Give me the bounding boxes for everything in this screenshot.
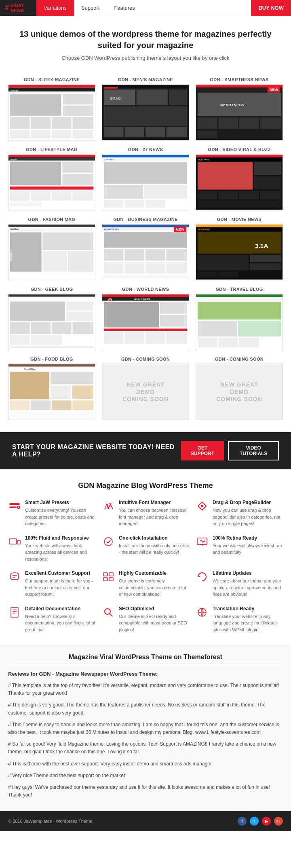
demo-food-thumb[interactable]: FoodBlog bbox=[8, 364, 95, 420]
demo-sleek-thumb[interactable]: slakmag bbox=[8, 84, 95, 141]
svg-rect-72 bbox=[198, 201, 281, 208]
feature-docs-desc: Need a help? Browse our documentation, y… bbox=[25, 613, 95, 633]
feature-support-desc: Our support team is there for you - feel… bbox=[25, 578, 95, 598]
facebook-icon[interactable]: f bbox=[238, 817, 247, 826]
feature-seo-content: SEO Optimised Our theme is SEO ready and… bbox=[119, 606, 189, 633]
demo-lifestyle-thumb[interactable]: lifestyle bbox=[8, 154, 95, 210]
svg-rect-9 bbox=[52, 117, 72, 129]
buy-button[interactable]: BUY NOW bbox=[251, 0, 291, 16]
feature-seo: SEO Optimised Our theme is SEO ready and… bbox=[102, 606, 189, 633]
demo-mens-thumb[interactable]: SMAG bbox=[102, 84, 189, 141]
svg-rect-6 bbox=[63, 105, 93, 116]
svg-rect-138 bbox=[198, 302, 281, 319]
demo-fashion-thumb[interactable]: fashion fashion bbox=[8, 224, 95, 280]
svg-text:FoodBlog: FoodBlog bbox=[24, 368, 36, 370]
feature-docs: Detailed Documentation Need a help? Brow… bbox=[8, 606, 95, 633]
twitter-icon[interactable]: t bbox=[250, 817, 259, 826]
feature-jaw-presets-desc: Customize everything! You can create pre… bbox=[25, 507, 95, 527]
svg-point-164 bbox=[201, 505, 203, 507]
svg-rect-44 bbox=[62, 174, 93, 185]
demo-lifestyle-label: GDN - LIFESTYLE MAG bbox=[8, 147, 95, 152]
svg-rect-127 bbox=[104, 329, 187, 331]
feature-customizable-content: Highly Customizable Our theme is extreme… bbox=[119, 570, 189, 598]
svg-point-160 bbox=[17, 506, 20, 509]
demo-movie-thumb[interactable]: MOVIENEWS 3.1A bbox=[196, 224, 283, 280]
svg-rect-1 bbox=[8, 85, 95, 88]
svg-rect-157 bbox=[10, 412, 93, 418]
svg-rect-53 bbox=[102, 155, 189, 158]
feature-one-click-title: One-click Installation bbox=[119, 535, 189, 541]
feature-responsive-title: 100% Fluid and Responsive bbox=[25, 535, 95, 541]
feature-seo-title: SEO Optimised bbox=[119, 606, 189, 612]
demo-travel-label: GDN - TRAVEL BLOG bbox=[196, 287, 283, 292]
svg-rect-35 bbox=[239, 118, 259, 129]
demo-world-thumb[interactable]: WORLD NEWS W bbox=[102, 294, 189, 350]
reviews-subtitle: Reviews for GDN - Magazine Newspaper Wor… bbox=[8, 671, 283, 677]
reviews-section-title: Magazine Viral WordPress Theme on Themef… bbox=[8, 654, 283, 661]
svg-rect-105 bbox=[218, 272, 238, 278]
hero-title: 13 unique demos of the wordpress theme f… bbox=[8, 28, 283, 51]
svg-rect-140 bbox=[238, 321, 281, 336]
video-tutorials-button[interactable]: VIDEO TUTORIALS bbox=[228, 441, 279, 460]
demo-travel-thumb[interactable]: Traveler bbox=[196, 294, 283, 350]
svg-rect-90 bbox=[167, 249, 188, 261]
googleplus-icon[interactable]: g+ bbox=[274, 817, 283, 826]
review-3: # This Theme is easy to handle and looks… bbox=[8, 721, 283, 736]
svg-rect-58 bbox=[104, 200, 124, 208]
svg-rect-8 bbox=[31, 117, 51, 129]
svg-rect-115 bbox=[31, 322, 51, 334]
demo-fashion: GDN - FASHION MAG fashion fashion bbox=[8, 217, 95, 280]
reviews-section: Magazine Viral WordPress Theme on Themef… bbox=[0, 645, 291, 811]
demo-smart-thumb[interactable]: SMARTNESS NEW bbox=[196, 84, 283, 141]
demo-video-thumb[interactable]: VIDEOMAIN bbox=[196, 154, 283, 210]
nav-features[interactable]: Features bbox=[107, 0, 142, 16]
demo-geek-thumb[interactable] bbox=[8, 294, 95, 350]
get-support-button[interactable]: GET SUPPORT bbox=[181, 441, 224, 460]
svg-rect-33 bbox=[198, 118, 217, 129]
badge-new-business: NEW bbox=[174, 227, 186, 232]
demo-mens: GDN - MEN'S MAGAZINE SMAG bbox=[102, 77, 189, 141]
svg-rect-11 bbox=[10, 130, 30, 139]
svg-rect-142 bbox=[218, 338, 238, 347]
svg-rect-23 bbox=[124, 127, 144, 137]
feature-jaw-presets-title: Smart JaW Presets bbox=[25, 500, 95, 505]
feature-responsive-desc: Your website will always look amazing ac… bbox=[25, 542, 95, 563]
svg-rect-141 bbox=[198, 338, 217, 347]
svg-rect-56 bbox=[104, 185, 143, 199]
youtube-icon[interactable]: ▶ bbox=[262, 817, 271, 826]
svg-rect-59 bbox=[124, 200, 144, 208]
svg-rect-159 bbox=[9, 507, 17, 508]
svg-rect-101 bbox=[198, 255, 249, 271]
svg-rect-41 bbox=[8, 157, 95, 161]
demo-business-thumb[interactable]: BUSINESS MED NEW bbox=[102, 224, 189, 280]
demo-27news-label: GDN - 27 NEWS bbox=[102, 147, 189, 152]
svg-text:BUSINESS MED: BUSINESS MED bbox=[104, 229, 119, 231]
svg-text:W: W bbox=[110, 299, 112, 301]
demo-27news-thumb[interactable]: 27NEWS bbox=[102, 154, 189, 210]
demo-coming-soon-1-thumb[interactable]: NEW GREATDEMOCOMING SOON bbox=[102, 364, 189, 420]
svg-text:lifestyle: lifestyle bbox=[11, 159, 17, 161]
feature-support-content: Excellent Customer Support Our support t… bbox=[25, 570, 95, 598]
feature-retina-desc: Your website will always look sharp and … bbox=[213, 542, 283, 556]
svg-rect-57 bbox=[144, 185, 187, 199]
footer-copyright: © 2016 JaWtemplates - Wordpress Theme bbox=[8, 819, 92, 824]
svg-rect-24 bbox=[146, 127, 165, 137]
demo-coming-soon-2-thumb[interactable]: NEW GREATDEMOCOMING SOON bbox=[196, 364, 283, 420]
docs-icon bbox=[8, 606, 21, 619]
svg-rect-66 bbox=[254, 162, 281, 175]
feature-updates-desc: We care about our theme and your opinion… bbox=[213, 578, 283, 598]
coming-soon-1-text: NEW GREATDEMOCOMING SOON bbox=[122, 381, 169, 403]
svg-rect-100 bbox=[198, 232, 281, 254]
feature-retina-content: 100% Retina Ready Your website will alwa… bbox=[213, 535, 283, 556]
svg-rect-80 bbox=[68, 251, 93, 272]
support-icon bbox=[8, 570, 21, 583]
nav-support[interactable]: Support bbox=[74, 0, 107, 16]
coming-soon-2-text: NEW GREATDEMOCOMING SOON bbox=[216, 381, 262, 403]
svg-rect-47 bbox=[31, 191, 51, 200]
nav-variations[interactable]: Variations bbox=[36, 0, 74, 16]
review-4: # So far so good! Very fluid Magazine th… bbox=[8, 740, 283, 756]
feature-pagebuilder-desc: Now you can use drag & drop pagebuilder … bbox=[213, 507, 283, 527]
demo-world: GDN - WORLD NEWS WORLD NEWS W bbox=[102, 287, 189, 350]
feature-seo-desc: Our theme is SEO ready and compatible wi… bbox=[119, 613, 189, 633]
svg-rect-75 bbox=[8, 225, 95, 227]
